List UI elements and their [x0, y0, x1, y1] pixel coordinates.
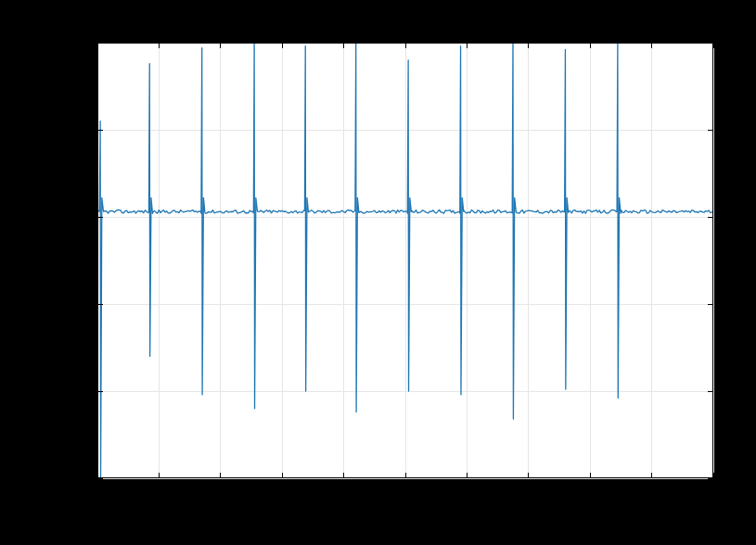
- x-tick-label: 1: [155, 484, 162, 499]
- x-tick-label: 5: [402, 484, 409, 499]
- x-tick-label: 9: [648, 484, 656, 499]
- y-tick-label: -1: [77, 384, 88, 399]
- x-exponent-label: ×104: [710, 501, 737, 519]
- y-tick-label: 1: [81, 35, 88, 50]
- x-tick-label: 7: [525, 484, 532, 499]
- x-axis-label: time(second): [365, 515, 446, 531]
- y-axis-label: amplitude: [49, 230, 65, 290]
- x-tick-label: 8: [586, 484, 594, 499]
- y-tick-label: 0.5: [70, 122, 88, 137]
- x-tick-label: 4: [340, 484, 348, 499]
- y-tick-label: -1.5: [66, 471, 88, 486]
- x-tick-label: 0: [94, 484, 101, 499]
- chart-ticks: [97, 43, 713, 478]
- y-tick-label: 0: [81, 209, 88, 224]
- x-tick-label: 10: [706, 484, 721, 499]
- x-exponent-base: ×10: [710, 504, 732, 519]
- figure-root: Heartbeat amplitude time(second) 0123456…: [0, 0, 756, 545]
- x-tick-label: 6: [463, 484, 470, 499]
- x-exponent-sup: 4: [732, 501, 737, 513]
- x-tick-label: 3: [278, 484, 286, 499]
- chart-title: Heartbeat: [373, 19, 437, 34]
- x-tick-label: 2: [217, 484, 224, 499]
- y-tick-label: -0.5: [66, 297, 88, 311]
- chart-axes: [97, 43, 713, 478]
